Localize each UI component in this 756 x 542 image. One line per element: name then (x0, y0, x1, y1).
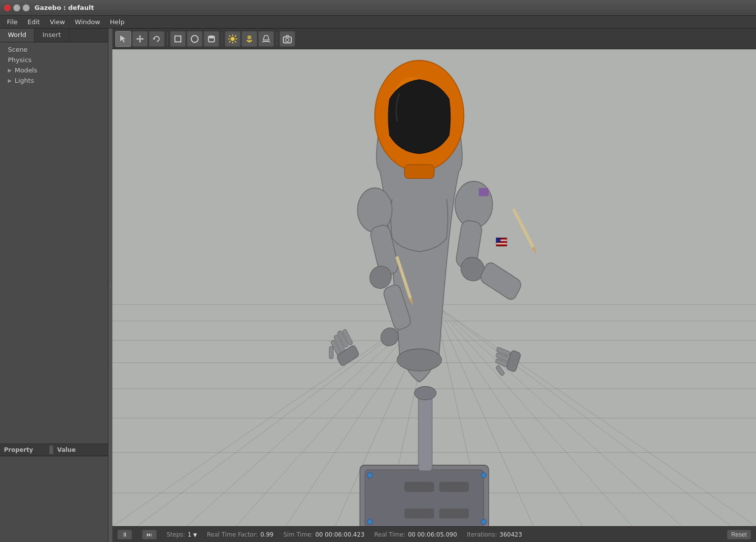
svg-rect-8 (175, 36, 181, 42)
realtime-factor-item: Real Time Factor: 0.99 (207, 531, 274, 538)
iterations-item: Iterations: 360423 (467, 531, 522, 538)
tree-panel: Scene Physics ▶ Models ▶ Lights (0, 42, 108, 443)
close-button[interactable] (4, 4, 11, 11)
steps-value: 1 ▼ (188, 531, 197, 538)
svg-point-21 (247, 35, 251, 39)
svg-point-58 (481, 473, 486, 478)
svg-rect-103 (496, 238, 501, 242)
svg-line-28 (269, 41, 270, 42)
window-title: Gazebo : default (34, 4, 94, 11)
svg-marker-4 (139, 41, 141, 43)
minimize-button[interactable] (13, 4, 20, 11)
simtime-label: Sim Time: (283, 531, 313, 538)
realtime-item: Real Time: 00 00:06:05.090 (375, 531, 457, 538)
simtime-value: 00 00:06:00.423 (315, 531, 365, 538)
models-arrow: ▶ (8, 68, 12, 73)
reset-button[interactable]: Reset (727, 530, 751, 540)
menubar: File Edit View Window Help (0, 16, 756, 29)
svg-line-18 (235, 41, 237, 42)
menu-view[interactable]: View (45, 17, 70, 27)
select-tool-button[interactable] (115, 31, 131, 47)
value-col-header: Value (53, 445, 108, 454)
toolbar-separator-3 (276, 32, 277, 46)
tree-item-lights[interactable]: ▶ Lights (0, 75, 108, 86)
toolbar (112, 29, 756, 49)
property-resize-handle[interactable]: ⋮ (49, 445, 53, 454)
property-col-header: Property (0, 445, 49, 454)
menu-edit[interactable]: Edit (23, 17, 45, 27)
point-light-icon (244, 34, 254, 44)
svg-point-9 (191, 35, 198, 42)
svg-rect-65 (418, 393, 432, 471)
svg-rect-63 (405, 508, 434, 518)
svg-point-30 (286, 38, 289, 41)
svg-rect-62 (439, 482, 469, 492)
viewport-3d[interactable]: GM (112, 49, 756, 526)
maximize-button[interactable] (23, 4, 30, 11)
svg-line-19 (235, 35, 237, 37)
realtime-factor-label: Real Time Factor: (207, 531, 258, 538)
cube-button[interactable] (170, 31, 186, 47)
simtime-item: Sim Time: 00 00:06:00.423 (283, 531, 365, 538)
point-light-button[interactable] (241, 31, 257, 47)
iterations-label: Iterations: (467, 531, 497, 538)
property-header: Property ⋮ Value (0, 444, 108, 456)
tree-item-models[interactable]: ▶ Models (0, 65, 108, 75)
sphere-icon (190, 34, 199, 43)
rotate-icon (152, 34, 161, 43)
lights-label: Lights (15, 77, 34, 84)
sphere-button[interactable] (187, 31, 203, 47)
tree-item-physics[interactable]: Physics (0, 55, 108, 65)
svg-point-59 (367, 519, 372, 524)
rotate-tool-button[interactable] (149, 31, 165, 47)
svg-point-71 (397, 349, 442, 371)
svg-marker-5 (136, 38, 138, 40)
realtime-label: Real Time: (375, 531, 406, 538)
camera-button[interactable] (279, 31, 295, 47)
physics-label: Physics (8, 56, 32, 64)
iterations-value: 360423 (500, 531, 522, 538)
svg-point-60 (481, 519, 486, 524)
cylinder-button[interactable] (204, 31, 219, 47)
svg-rect-81 (329, 346, 333, 359)
svg-line-24 (247, 40, 247, 41)
svg-line-25 (251, 40, 252, 41)
menu-file[interactable]: File (2, 17, 23, 27)
svg-rect-102 (496, 243, 507, 244)
panel-resize-handle[interactable]: ⋮ (108, 29, 112, 542)
svg-line-17 (229, 35, 231, 37)
cylinder-icon (207, 34, 216, 43)
cube-icon (173, 34, 182, 43)
steps-label: Steps: (167, 531, 185, 538)
tree-item-scene[interactable]: Scene (0, 44, 108, 55)
viewport-panel: GM (112, 29, 756, 542)
translate-icon (136, 34, 144, 43)
menu-help[interactable]: Help (105, 17, 130, 27)
svg-point-12 (231, 37, 235, 41)
sun-light-button[interactable] (225, 31, 241, 47)
window-controls (4, 4, 30, 11)
tab-bar: World Insert (0, 29, 108, 42)
sun-icon (228, 34, 238, 44)
svg-rect-61 (405, 482, 434, 492)
models-label: Models (15, 67, 37, 74)
main-layout: World Insert Scene Physics ▶ Models ▶ Li… (0, 29, 756, 542)
step-button[interactable]: ⏭ (142, 530, 157, 540)
svg-marker-0 (120, 35, 126, 42)
svg-rect-84 (479, 188, 488, 196)
tab-insert[interactable]: Insert (34, 29, 69, 42)
scene-svg: GM (112, 49, 756, 526)
spot-light-button[interactable] (258, 31, 274, 47)
svg-line-20 (229, 41, 231, 42)
titlebar: Gazebo : default (0, 0, 756, 16)
tab-world[interactable]: World (0, 29, 34, 42)
camera-icon (282, 34, 292, 44)
statusbar: ⏸ ⏭ Steps: 1 ▼ Real Time Factor: 0.99 Si… (112, 526, 756, 542)
menu-window[interactable]: Window (70, 17, 105, 27)
scene-label: Scene (8, 46, 28, 53)
svg-point-57 (367, 473, 372, 478)
translate-tool-button[interactable] (132, 31, 148, 47)
pause-button[interactable]: ⏸ (117, 530, 132, 540)
spot-light-icon (261, 34, 271, 44)
svg-marker-6 (142, 38, 144, 40)
